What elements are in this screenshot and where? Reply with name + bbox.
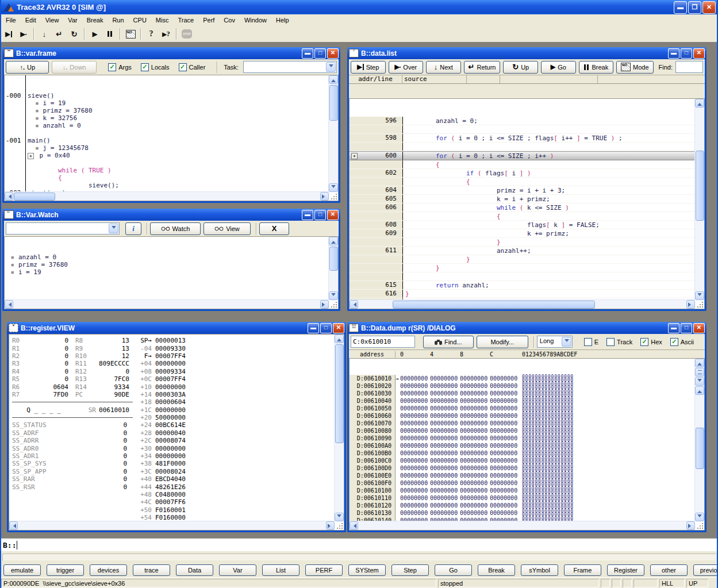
track-checkbox[interactable]: Track bbox=[606, 338, 632, 346]
step-down-icon[interactable]: ↓ bbox=[37, 28, 51, 40]
data-dump-titlebar[interactable]: 010101 B::Data.dump r(SR) /DIALOG ▬ □ ✕ bbox=[347, 322, 707, 334]
data-list-minimize-button[interactable]: ▬ bbox=[668, 48, 679, 59]
stack-row[interactable]: +0C00007FF4 bbox=[131, 375, 223, 383]
menu-window[interactable]: Window bbox=[240, 16, 271, 25]
watch-line[interactable]: ▪ anzahl = 0 bbox=[5, 253, 338, 261]
source-line[interactable] bbox=[350, 272, 704, 281]
frame-line[interactable]: ▪ primz = 37680 bbox=[5, 107, 338, 114]
softkey-devices[interactable]: devices bbox=[90, 564, 127, 576]
source-line[interactable]: } bbox=[350, 255, 704, 264]
menu-run[interactable]: Run bbox=[107, 16, 128, 25]
softkey-previous[interactable]: previous bbox=[693, 564, 718, 576]
data-dump-vscrollbar[interactable] bbox=[694, 359, 704, 521]
column-address[interactable]: address bbox=[349, 351, 396, 358]
step-over-icon[interactable]: ▶▪ bbox=[17, 28, 30, 40]
register-view-vscrollbar[interactable] bbox=[334, 335, 344, 521]
stack-row[interactable]: +3C00008024 bbox=[131, 468, 223, 475]
frame-line[interactable] bbox=[5, 129, 338, 137]
source-line[interactable]: { bbox=[350, 178, 704, 186]
watch-expression-combobox[interactable] bbox=[6, 222, 120, 235]
softkey-data[interactable]: Data bbox=[176, 564, 213, 576]
restore-button[interactable]: ❐ bbox=[688, 1, 701, 14]
dump-find-button[interactable]: Find... bbox=[423, 336, 474, 348]
var-watch-close-button[interactable]: ✕ bbox=[327, 210, 339, 220]
over-button[interactable]: ▶▪Over bbox=[389, 61, 424, 74]
task-combobox[interactable] bbox=[243, 61, 337, 73]
mode-button[interactable]: NOMode bbox=[616, 61, 654, 74]
menu-cov[interactable]: Cov bbox=[219, 16, 240, 25]
menu-break[interactable]: Break bbox=[82, 16, 108, 25]
stack-row[interactable]: +2050000000 bbox=[131, 414, 223, 421]
frame-line[interactable]: { bbox=[5, 174, 338, 182]
frame-line[interactable]: ▪ anzahl = 0 bbox=[5, 122, 338, 129]
go-button[interactable]: ▶Go bbox=[541, 61, 576, 74]
watch-line[interactable]: ▪ i = 19 bbox=[5, 268, 338, 276]
dump-address-input[interactable] bbox=[351, 336, 415, 348]
step-icon[interactable]: ▶ bbox=[2, 28, 16, 40]
register-row[interactable]: R30R11809ECCCC bbox=[12, 360, 133, 367]
stack-row[interactable]: +1C00000000 bbox=[131, 406, 223, 414]
source-line-616[interactable]: 616} bbox=[350, 290, 704, 298]
help-icon[interactable]: ? bbox=[144, 28, 158, 40]
softkey-emulate[interactable]: emulate bbox=[3, 564, 41, 576]
register-row[interactable]: R77FD0PC90DE bbox=[12, 391, 133, 398]
softkey-frame[interactable]: Frame bbox=[564, 564, 601, 576]
register-row[interactable]: R10R913 bbox=[12, 344, 133, 352]
stack-row[interactable]: +140000303A bbox=[131, 391, 223, 398]
register-row[interactable]: SS_SP_APP0 bbox=[12, 468, 133, 475]
locals-checkbox[interactable]: ✓Locals bbox=[141, 63, 170, 71]
data-list-maximize-button[interactable]: □ bbox=[681, 48, 692, 59]
frame-line[interactable]: ▪ k = 32756 bbox=[5, 114, 338, 122]
var-frame-titlebar[interactable]: ≡≡ B::var.frame ▬ □ ✕ bbox=[2, 47, 340, 59]
step-button[interactable]: ▶Step bbox=[351, 61, 386, 74]
stack-row[interactable]: +48C0480000 bbox=[131, 491, 223, 498]
column-addr-line[interactable]: addr/line bbox=[349, 75, 402, 83]
stack-row[interactable]: SP→00000013 bbox=[131, 337, 223, 344]
register-view-hscrollbar[interactable] bbox=[9, 521, 335, 530]
menu-file[interactable]: File bbox=[1, 16, 21, 25]
register-view-maximize-button[interactable]: □ bbox=[320, 323, 332, 333]
softkey-perf[interactable]: PERF bbox=[305, 564, 343, 576]
stack-row[interactable]: +0800009334 bbox=[131, 368, 223, 375]
softkey-step[interactable]: Step bbox=[391, 564, 429, 576]
break-button[interactable]: Break bbox=[579, 61, 614, 74]
break-icon[interactable] bbox=[103, 28, 117, 40]
frame-line--001[interactable]: -001main() bbox=[5, 137, 338, 144]
register-row[interactable]: R20R1012 bbox=[12, 352, 133, 360]
softkey-var[interactable]: Var bbox=[219, 564, 256, 576]
stack-row[interactable]: +1800000604 bbox=[131, 398, 223, 406]
softkey-list[interactable]: List bbox=[262, 564, 300, 576]
source-line[interactable]: } bbox=[350, 238, 704, 247]
register-row[interactable]: R40R120 bbox=[12, 368, 133, 375]
frame-line[interactable]: sieve(); bbox=[5, 182, 338, 189]
register-row[interactable]: SS_RSR0 bbox=[12, 483, 133, 490]
register-view-minimize-button[interactable]: ▬ bbox=[308, 323, 319, 333]
menu-var[interactable]: Var bbox=[63, 16, 82, 25]
minimize-button[interactable]: ▬ bbox=[674, 1, 687, 14]
menu-view[interactable]: View bbox=[41, 16, 64, 25]
softkey-other[interactable]: other bbox=[650, 564, 688, 576]
data-list-close-button[interactable]: ✕ bbox=[693, 48, 705, 59]
data-list-vscrollbar[interactable] bbox=[694, 99, 704, 300]
menu-trace[interactable]: Trace bbox=[173, 16, 198, 25]
softkey-system[interactable]: SYStem bbox=[348, 564, 386, 576]
source-line[interactable] bbox=[350, 143, 704, 151]
menu-cpu[interactable]: CPU bbox=[129, 16, 151, 25]
watch-button[interactable]: + Watch bbox=[150, 222, 201, 235]
var-frame-vscrollbar[interactable] bbox=[328, 75, 338, 192]
stack-row[interactable]: +38481F0000 bbox=[131, 460, 223, 467]
args-checkbox[interactable]: ✓Args bbox=[108, 63, 132, 71]
stack-row[interactable]: +50F0160001 bbox=[131, 506, 223, 514]
register-row[interactable]: SS_ADRR0 bbox=[12, 437, 133, 444]
source-line-608[interactable]: 608 flags[ k ] = FALSE; bbox=[350, 221, 704, 229]
source-line-611[interactable]: 611 anzahl++; bbox=[350, 247, 704, 255]
source-line[interactable]: { bbox=[350, 212, 704, 221]
source-line-600[interactable]: 600+ for ( i = 0 ; i <= SIZE ; i++ ) bbox=[350, 151, 704, 160]
stack-row[interactable]: +3400000000 bbox=[131, 452, 223, 460]
register-row[interactable]: R50R137FC0 bbox=[12, 375, 133, 383]
next-button[interactable]: ↓Next bbox=[426, 61, 461, 74]
frame-up-button[interactable]: ↑. Up bbox=[6, 61, 49, 74]
data-dump-close-button[interactable]: ✕ bbox=[693, 323, 705, 333]
mode-icon[interactable]: NO bbox=[124, 28, 137, 40]
close-button[interactable]: ✕ bbox=[702, 1, 716, 14]
